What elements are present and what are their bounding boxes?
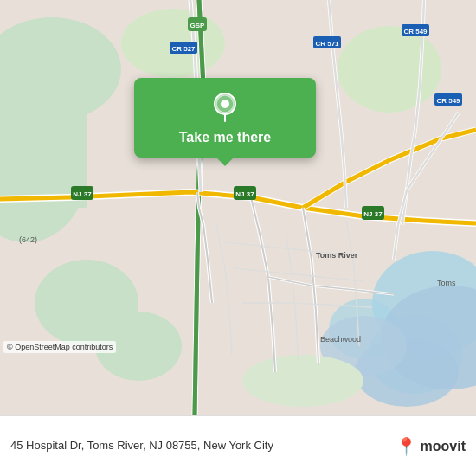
svg-text:CR 549: CR 549 <box>403 28 428 35</box>
svg-text:Toms River: Toms River <box>316 251 358 260</box>
svg-text:(642): (642) <box>19 235 37 244</box>
app: GSP NJ 37 NJ 37 NJ 37 CR 527 CR 571 CR 5… <box>0 0 476 476</box>
svg-text:CR 527: CR 527 <box>171 45 196 53</box>
moovit-brand-text: moovit <box>421 439 466 454</box>
svg-text:CR 571: CR 571 <box>315 40 339 48</box>
svg-text:CR 549: CR 549 <box>436 97 460 105</box>
svg-point-14 <box>242 355 363 407</box>
svg-text:Beachwood: Beachwood <box>320 335 361 344</box>
address-text: 45 Hospital Dr, Toms River, NJ 08755, Ne… <box>10 438 389 453</box>
map-container: GSP NJ 37 NJ 37 NJ 37 CR 527 CR 571 CR 5… <box>0 0 476 415</box>
svg-text:GSP: GSP <box>190 22 206 29</box>
svg-text:NJ 37: NJ 37 <box>235 190 254 198</box>
svg-text:Toms: Toms <box>437 279 456 287</box>
popup-label: Take me there <box>179 130 271 145</box>
moovit-logo: 📍 moovit <box>396 436 466 457</box>
osm-attribution: © OpenStreetMap contributors <box>3 341 116 353</box>
svg-point-36 <box>221 100 229 108</box>
moovit-pin-icon: 📍 <box>396 436 417 457</box>
popup-card[interactable]: Take me there <box>134 78 316 158</box>
svg-text:NJ 37: NJ 37 <box>363 210 383 218</box>
location-pin-icon <box>209 92 241 123</box>
bottom-bar: 45 Hospital Dr, Toms River, NJ 08755, Ne… <box>0 415 476 476</box>
svg-text:NJ 37: NJ 37 <box>73 190 92 198</box>
svg-point-5 <box>338 26 441 113</box>
